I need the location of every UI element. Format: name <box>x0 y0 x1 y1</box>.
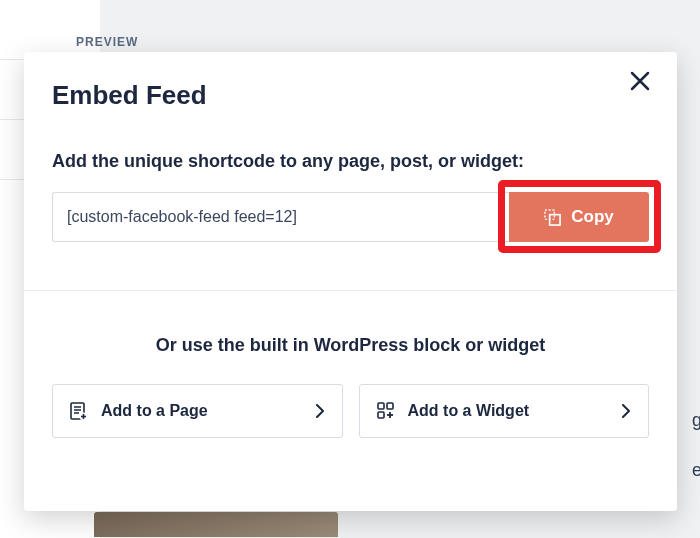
svg-rect-11 <box>378 412 384 418</box>
chevron-right-icon <box>622 404 630 418</box>
preview-label: PREVIEW <box>76 35 138 49</box>
page-plus-icon <box>69 401 89 421</box>
embed-feed-modal: Embed Feed Add the unique shortcode to a… <box>24 52 677 511</box>
copy-button[interactable]: Copy <box>509 192 649 242</box>
alternative-instruction: Or use the built in WordPress block or w… <box>52 335 649 356</box>
shortcode-input[interactable] <box>52 192 509 242</box>
background-image-preview <box>94 512 338 537</box>
modal-title: Embed Feed <box>52 80 649 111</box>
widget-plus-icon <box>376 401 396 421</box>
svg-rect-9 <box>378 403 384 409</box>
background-text: e <box>692 460 700 481</box>
add-to-page-button[interactable]: Add to a Page <box>52 384 343 438</box>
copy-icon <box>544 209 561 226</box>
svg-rect-10 <box>387 403 393 409</box>
add-to-page-label: Add to a Page <box>101 402 208 420</box>
add-to-widget-button[interactable]: Add to a Widget <box>359 384 650 438</box>
add-to-widget-label: Add to a Widget <box>408 402 530 420</box>
chevron-right-icon <box>316 404 324 418</box>
copy-button-label: Copy <box>571 207 614 227</box>
background-text: g <box>692 410 700 431</box>
close-icon <box>630 71 650 91</box>
close-button[interactable] <box>623 64 657 98</box>
shortcode-instruction: Add the unique shortcode to any page, po… <box>52 151 649 172</box>
